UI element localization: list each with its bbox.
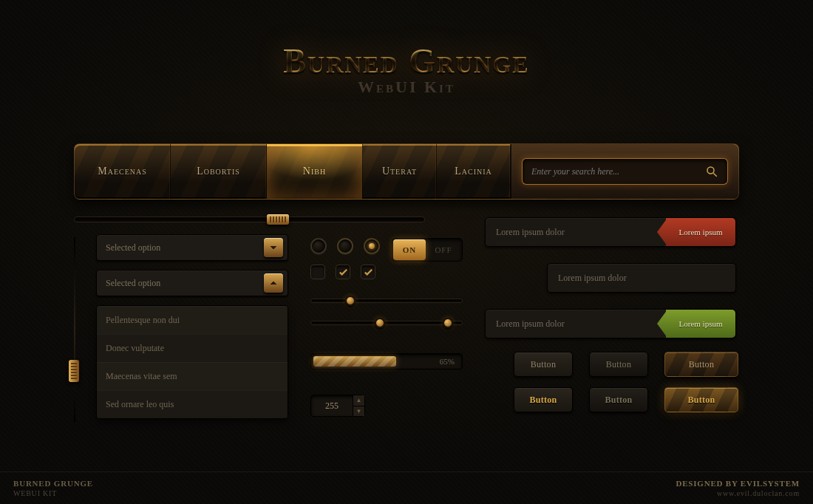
svg-line-1 — [713, 173, 717, 177]
checkbox-group — [310, 265, 466, 279]
chevron-up-icon — [269, 279, 278, 287]
button-textured[interactable]: Button — [664, 352, 738, 377]
toggle-switch[interactable]: On Off — [392, 238, 463, 262]
tag-badge-red[interactable]: Lorem ipsum — [666, 218, 735, 246]
search-wrap — [511, 144, 738, 199]
search-input[interactable] — [531, 166, 705, 177]
button-grid: Button Button Button Button Button Butto… — [514, 352, 744, 412]
page-slider-knob[interactable] — [267, 214, 289, 225]
dropdown-open[interactable]: Selected option — [96, 270, 288, 296]
nav-item-label: Nibh — [303, 166, 326, 177]
dropdown-toggle-button[interactable] — [264, 273, 283, 293]
hero: Burned Grunge WebUI Kit — [0, 41, 813, 97]
vertical-scroll-knob[interactable] — [69, 360, 79, 382]
progress-bar: 65% — [310, 353, 463, 370]
footer-right: DESIGNED BY EVILSYSTEM www.evil.duloclan… — [676, 478, 800, 498]
nav-item-label: Uterat — [382, 166, 417, 177]
tag-row[interactable]: Lorem ipsum dolor Lorem ipsum — [485, 309, 736, 338]
radio[interactable] — [310, 238, 327, 254]
radio[interactable] — [337, 238, 353, 254]
nav-item-1[interactable]: Lobortis — [171, 144, 267, 199]
progress-fill — [313, 356, 396, 367]
stepper-buttons: ▲ ▼ — [353, 395, 364, 416]
tag-row[interactable]: Lorem ipsum dolor Lorem ipsum — [485, 217, 736, 247]
stepper-down[interactable]: ▼ — [353, 406, 364, 417]
button-dark[interactable]: Button — [589, 352, 648, 377]
check-icon — [364, 268, 373, 277]
dropdown-options: Pellentesque non dui Donec vulputate Mae… — [96, 305, 288, 419]
nav-item-2[interactable]: Nibh — [267, 144, 363, 199]
tag-row-text: Lorem ipsum dolor — [496, 227, 565, 238]
hero-title: Burned Grunge — [0, 41, 813, 81]
footer-left: BURNED GRUNGE WebUI KIT — [13, 478, 93, 498]
progress-percent: 65% — [440, 357, 455, 366]
right-column: Lorem ipsum dolor Lorem ipsum Lorem ipsu… — [485, 217, 739, 355]
nav-item-label: Lacinia — [455, 166, 492, 177]
search-box[interactable] — [522, 158, 728, 185]
footer-left-title: BURNED GRUNGE — [13, 478, 93, 488]
radio-selected[interactable] — [364, 238, 380, 254]
tag-row-text: Lorem ipsum dolor — [496, 319, 565, 330]
nav-item-label: Lobortis — [197, 166, 240, 177]
dropdown-option[interactable]: Sed ornare leo quis — [97, 390, 288, 418]
hero-subtitle: WebUI Kit — [0, 78, 813, 97]
tag-row[interactable]: Lorem ipsum dolor — [547, 263, 736, 293]
dropdown-label: Selected option — [106, 242, 160, 253]
tag-badge-green[interactable]: Lorem ipsum — [666, 310, 735, 338]
button-plain[interactable]: Button — [514, 352, 573, 377]
footer: BURNED GRUNGE WebUI KIT DESIGNED BY EVIL… — [0, 471, 813, 504]
button-plain-gold[interactable]: Button — [514, 387, 573, 412]
footer-right-title: DESIGNED BY EVILSYSTEM — [676, 478, 800, 488]
dropdown-label: Selected option — [106, 278, 160, 289]
main-nav: Maecenas Lobortis Nibh Uterat Lacinia — [74, 143, 739, 200]
button-dark-gold[interactable]: Button — [589, 387, 648, 412]
chevron-down-icon — [269, 243, 278, 252]
dropdown-option[interactable]: Maecenas vitae sem — [97, 362, 288, 390]
left-column: Selected option Selected option Pellente… — [74, 234, 296, 419]
footer-right-sub: www.evil.duloclan.com — [717, 489, 800, 497]
dropdown-option[interactable]: Donec vulputate — [97, 334, 288, 362]
checkbox-checked[interactable] — [336, 265, 350, 279]
toggle-on: On — [393, 239, 426, 260]
page-slider[interactable] — [74, 217, 425, 222]
slider-thumb-min[interactable] — [375, 318, 385, 328]
checkbox[interactable] — [310, 265, 325, 279]
slider-range[interactable] — [310, 321, 463, 325]
number-stepper[interactable]: 255 ▲ ▼ — [310, 395, 365, 417]
dropdown-option[interactable]: Pellentesque non dui — [97, 306, 288, 334]
dropdown-toggle-button[interactable] — [264, 238, 283, 257]
mid-column: On Off 65% 255 ▲ ▼ — [310, 238, 466, 417]
button-textured-gold[interactable]: Button — [664, 387, 738, 412]
footer-left-sub: WebUI KIT — [13, 489, 57, 497]
nav-item-0[interactable]: Maecenas — [75, 144, 171, 199]
dropdown-closed[interactable]: Selected option — [96, 234, 288, 261]
slider-thumb-max[interactable] — [443, 318, 453, 328]
nav-item-3[interactable]: Uterat — [363, 144, 437, 199]
tag-row-text: Lorem ipsum dolor — [558, 273, 627, 284]
search-icon — [705, 165, 718, 178]
stepper-up[interactable]: ▲ — [353, 395, 364, 406]
nav-item-4[interactable]: Lacinia — [437, 144, 511, 199]
check-icon — [339, 268, 348, 277]
nav-item-label: Maecenas — [98, 166, 147, 177]
slider-single[interactable] — [310, 299, 463, 303]
toggle-off: Off — [427, 239, 460, 260]
checkbox-checked[interactable] — [361, 265, 375, 279]
svg-point-0 — [707, 167, 714, 174]
slider-thumb[interactable] — [345, 296, 356, 306]
stepper-value: 255 — [311, 401, 353, 412]
